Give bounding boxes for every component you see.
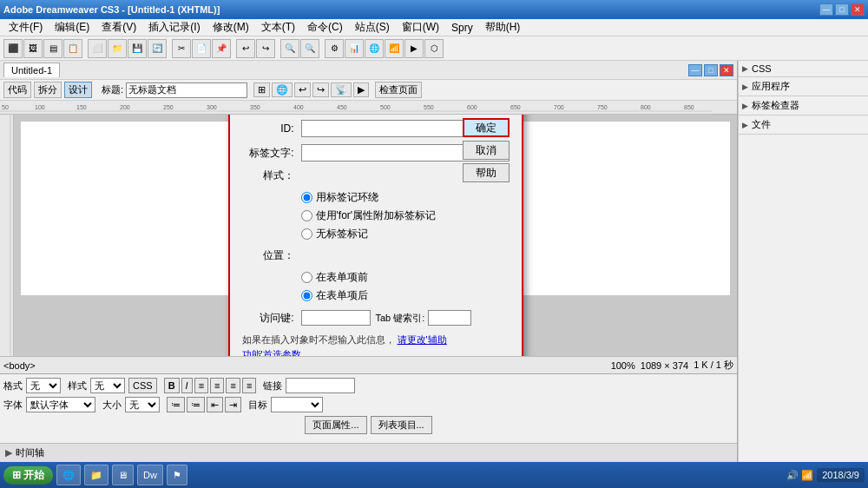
help-link-1[interactable]: 请更改'辅助 (398, 334, 447, 345)
menu-modify[interactable]: 修改(M) (207, 18, 254, 36)
toolbar-icon-4[interactable]: ↪ (312, 82, 329, 97)
property-row-2: 字体 默认字体 大小 无 ≔ ≔ ⇤ ⇥ 目标 (3, 397, 733, 412)
toolbar-btn-5[interactable]: ⬜ (88, 39, 107, 58)
menu-text[interactable]: 文本(T) (256, 18, 300, 36)
files-panel-section[interactable]: ▶ 文件 (739, 115, 868, 135)
bold-btn[interactable]: B (164, 378, 180, 393)
cancel-button[interactable]: 取消 (463, 141, 510, 160)
target-select[interactable] (271, 397, 323, 412)
id-label: ID: (242, 122, 294, 135)
files-section-label: 文件 (752, 118, 771, 131)
help-link-2[interactable]: 功能'首选参数。 (242, 349, 311, 357)
tag-inspector-section[interactable]: ▶ 标签检查器 (739, 96, 868, 115)
indent-btn[interactable]: ⇥ (225, 397, 241, 412)
menu-spry[interactable]: Spry (446, 20, 478, 36)
format-select[interactable]: 无 (26, 378, 61, 393)
ok-button[interactable]: 确定 (463, 118, 510, 137)
toolbar-btn-2[interactable]: 🖼 (23, 39, 43, 58)
outdent-btn[interactable]: ⇤ (207, 397, 223, 412)
toolbar-btn-4[interactable]: 📋 (63, 39, 82, 58)
doc-close-btn[interactable]: ✕ (720, 64, 733, 76)
style-radio-1[interactable] (301, 192, 312, 203)
position-radio-2[interactable] (301, 290, 312, 301)
dw-icon: Dw (143, 470, 157, 480)
style-radio-3[interactable] (301, 228, 312, 240)
font-select[interactable]: 默认字体 (26, 397, 95, 412)
menu-file[interactable]: 文件(F) (3, 18, 48, 36)
taskbar-folder-btn[interactable]: 📁 (84, 465, 108, 485)
preview-btn[interactable]: 检查页面 (375, 82, 422, 98)
list-ordered-btn[interactable]: ≔ (187, 397, 205, 412)
toolbar-btn-9[interactable]: ✂ (172, 39, 191, 58)
position-radio-1[interactable] (301, 272, 312, 283)
menu-window[interactable]: 窗口(W) (397, 18, 444, 36)
design-view-btn[interactable]: 设计 (64, 82, 92, 98)
size-select[interactable]: 无 (125, 397, 160, 412)
toolbar-btn-1[interactable]: ⬛ (3, 39, 23, 58)
toolbar-btn-10[interactable]: 📄 (192, 39, 211, 58)
italic-btn[interactable]: I (181, 378, 193, 393)
toolbar-btn-3[interactable]: ▤ (43, 39, 62, 58)
tag-label: 标签文字: (242, 146, 294, 161)
toolbar-btn-7[interactable]: 💾 (128, 39, 147, 58)
css-panel-section[interactable]: ▶ CSS (739, 61, 868, 77)
menu-view[interactable]: 查看(V) (96, 18, 141, 36)
maximize-button[interactable]: □ (835, 3, 849, 16)
align-center-btn[interactable]: ≡ (210, 378, 224, 393)
toolbar-icon-1[interactable]: ⊞ (253, 82, 270, 97)
toolbar-btn-12[interactable]: ↩ (236, 39, 255, 58)
doc-restore-btn[interactable]: □ (704, 64, 718, 76)
help-text-main: 如果在插入对象时不想输入此信息， (242, 334, 395, 345)
style-radio-2[interactable] (301, 210, 312, 221)
code-view-btn[interactable]: 代码 (3, 82, 31, 98)
app-panel-section[interactable]: ▶ 应用程序 (739, 77, 868, 96)
menu-site[interactable]: 站点(S) (350, 18, 395, 36)
toolbar-btn-13[interactable]: ↪ (256, 39, 275, 58)
toolbar-icon-3[interactable]: ↩ (294, 82, 311, 97)
align-justify-btn[interactable]: ≡ (242, 378, 256, 393)
link-input[interactable] (286, 378, 355, 393)
taskbar-extra-btn[interactable]: ⚑ (167, 465, 187, 485)
svg-text:250: 250 (163, 104, 174, 110)
split-view-btn[interactable]: 拆分 (34, 82, 62, 98)
timeline-bar[interactable]: ▶ 时间轴 (0, 443, 737, 462)
minimize-button[interactable]: — (819, 3, 833, 16)
taskbar-explorer-btn[interactable]: 🌐 (56, 465, 81, 485)
toolbar-btn-18[interactable]: 🌐 (365, 39, 384, 58)
toolbar-btn-19[interactable]: 📶 (385, 39, 404, 58)
doc-tab[interactable]: Untitled-1 (3, 63, 60, 77)
page-title-input[interactable] (126, 82, 247, 98)
access-input[interactable] (301, 310, 371, 326)
toolbar-btn-8[interactable]: 🔄 (148, 39, 167, 58)
toolbar-btn-16[interactable]: ⚙ (325, 39, 344, 58)
toolbar-btn-17[interactable]: 📊 (345, 39, 364, 58)
help-button[interactable]: 帮助 (463, 163, 510, 182)
list-unordered-btn[interactable]: ≔ (167, 397, 185, 412)
style-select[interactable]: 无 (90, 378, 125, 393)
toolbar-icon-2[interactable]: 🌐 (272, 82, 293, 97)
doc-minimize-btn[interactable]: — (688, 64, 702, 76)
toolbar-btn-14[interactable]: 🔍 (280, 39, 299, 58)
menu-help[interactable]: 帮助(H) (480, 18, 526, 36)
menu-insert[interactable]: 插入记录(I) (143, 18, 205, 36)
toolbar-btn-15[interactable]: 🔍 (300, 39, 319, 58)
menu-command[interactable]: 命令(C) (302, 18, 348, 36)
tab-input[interactable] (428, 310, 471, 326)
menu-edit[interactable]: 编辑(E) (49, 18, 95, 36)
taskbar-app-btn[interactable]: 🖥 (112, 465, 134, 485)
start-button[interactable]: ⊞ 开始 (3, 466, 53, 485)
css-button[interactable]: CSS (128, 378, 157, 393)
toolbar-btn-6[interactable]: 📁 (108, 39, 127, 58)
toolbar-btn-21[interactable]: ⬡ (424, 39, 444, 58)
align-right-btn[interactable]: ≡ (226, 378, 240, 393)
align-left-btn[interactable]: ≡ (194, 378, 208, 393)
position-radio-group: 在表单项前 在表单项后 (301, 270, 510, 303)
close-button[interactable]: ✕ (851, 3, 865, 16)
taskbar-dw-btn[interactable]: Dw (137, 465, 163, 485)
page-props-button[interactable]: 页面属性... (305, 416, 366, 434)
toolbar-icon-5[interactable]: 📡 (331, 82, 352, 97)
toolbar-icon-6[interactable]: ▶ (353, 82, 369, 97)
toolbar-btn-11[interactable]: 📌 (212, 39, 231, 58)
toolbar-btn-20[interactable]: ▶ (404, 39, 424, 58)
list-items-button[interactable]: 列表项目... (371, 416, 432, 434)
